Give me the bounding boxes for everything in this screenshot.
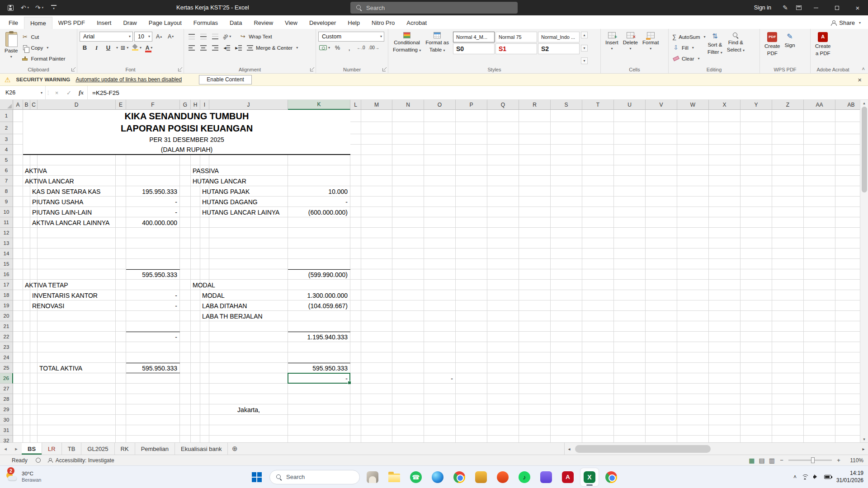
cancel-entry-button[interactable]: ×: [51, 86, 63, 99]
row-header-28[interactable]: 28: [0, 394, 13, 404]
zoom-in-button[interactable]: +: [836, 457, 841, 464]
restore-button[interactable]: [826, 0, 847, 15]
customize-qat-button[interactable]: ▾: [47, 1, 61, 14]
ribbon-tab-nitro-pro[interactable]: Nitro Pro: [366, 17, 401, 29]
column-header-O[interactable]: O: [424, 100, 456, 110]
select-all-corner[interactable]: [0, 100, 13, 110]
column-header-X[interactable]: X: [709, 100, 741, 110]
row-header-16[interactable]: 16: [0, 269, 13, 280]
app-icon-violet[interactable]: [537, 468, 555, 486]
column-header-S[interactable]: S: [551, 100, 582, 110]
column-header-F[interactable]: F: [126, 100, 180, 110]
cell-C19[interactable]: RENOVASI: [30, 300, 38, 311]
cell-K25[interactable]: 595.950.333: [288, 363, 350, 373]
format-painter-button[interactable]: Format Painter: [20, 54, 66, 63]
sheet-tab-bs[interactable]: BS: [22, 443, 42, 455]
cell-I19[interactable]: LABA DITAHAN: [200, 300, 209, 311]
row-header-30[interactable]: 30: [0, 415, 13, 425]
acrobat-create-pdf-button[interactable]: A Create a PDF: [813, 31, 833, 65]
previous-sheet-button[interactable]: ◂: [0, 443, 11, 455]
align-right-button[interactable]: [210, 43, 220, 53]
align-center-button[interactable]: [198, 43, 208, 53]
row-header-6[interactable]: 6: [0, 165, 13, 176]
app-icon-spotify[interactable]: ♪: [515, 468, 533, 486]
cell-K8[interactable]: 10.000: [288, 186, 350, 197]
percent-style-button[interactable]: %: [332, 43, 343, 53]
ribbon-tab-insert[interactable]: Insert: [91, 17, 118, 29]
orientation-button[interactable]: ab▾: [222, 32, 232, 42]
cell-F19[interactable]: -: [126, 300, 180, 311]
row-header-31[interactable]: 31: [0, 425, 13, 436]
cell-K10[interactable]: (600.000.000): [288, 207, 350, 217]
font-size-select[interactable]: 10▾: [134, 32, 152, 42]
cell-style-normal-75[interactable]: Normal 75: [495, 32, 537, 42]
cell-I9[interactable]: HUTANG DAGANG: [200, 197, 209, 207]
enable-content-button[interactable]: Enable Content: [199, 75, 252, 84]
cell-F16[interactable]: 595.950.333: [126, 269, 180, 280]
vertical-scrollbar[interactable]: ▴ ▾: [860, 100, 868, 442]
format-as-table-button[interactable]: Format as Table ▾: [423, 31, 451, 65]
ribbon-tab-help[interactable]: Help: [342, 17, 366, 29]
column-header-U[interactable]: U: [614, 100, 646, 110]
sheet-tab-gl2025[interactable]: GL2025: [81, 443, 114, 455]
copy-button[interactable]: Copy▾: [20, 43, 66, 52]
formula-bar-handle[interactable]: ⋮: [45, 86, 51, 99]
align-middle-button[interactable]: [198, 32, 208, 42]
cell-style-normal-4-m-[interactable]: Normal 4_M...: [453, 32, 495, 42]
row-header-22[interactable]: 22: [0, 332, 13, 342]
record-macro-icon[interactable]: [36, 458, 41, 463]
alignment-dialog-launcher[interactable]: [310, 67, 314, 72]
column-header-AA[interactable]: AA: [804, 100, 835, 110]
cell-C18[interactable]: INVENTARIS KANTOR: [30, 290, 38, 300]
column-header-E[interactable]: E: [116, 100, 126, 110]
start-button[interactable]: [248, 468, 266, 486]
app-icon-brave[interactable]: [494, 468, 512, 486]
row-header-3[interactable]: 3: [0, 134, 13, 145]
taskbar-search-box[interactable]: Search: [269, 470, 360, 484]
column-header-P[interactable]: P: [456, 100, 487, 110]
cell-I10[interactable]: HUTANG LANCAR LAINYA: [200, 207, 209, 217]
row-header-32[interactable]: 32: [0, 436, 13, 442]
row-header-27[interactable]: 27: [0, 384, 13, 394]
battery-icon[interactable]: [824, 475, 831, 479]
dismiss-warning-button[interactable]: ×: [858, 76, 862, 84]
app-icon-chrome[interactable]: [450, 468, 468, 486]
column-header-L[interactable]: L: [350, 100, 361, 110]
ribbon-tab-acrobat[interactable]: Acrobat: [401, 17, 433, 29]
accessibility-status[interactable]: Accessibility: Investigate: [47, 457, 114, 464]
format-cells-button[interactable]: Format ▾: [640, 31, 661, 65]
decrease-indent-button[interactable]: ◂: [222, 43, 232, 53]
sign-in-button[interactable]: Sign in: [747, 5, 778, 11]
cell-H6[interactable]: PASSIVA: [191, 165, 200, 176]
cell-K22[interactable]: 1.195.940.333: [288, 332, 350, 342]
horizontal-scroll-thumb[interactable]: [575, 445, 711, 453]
column-header-Q[interactable]: Q: [487, 100, 519, 110]
sheet-tab-ekualisasi-bank[interactable]: Ekualisasi bank: [175, 443, 228, 455]
cell-J29[interactable]: Jakarta,: [209, 404, 288, 415]
underline-button[interactable]: U: [103, 43, 113, 53]
insert-function-button[interactable]: fx: [75, 86, 87, 99]
cell-B1[interactable]: KIKA SENANDUNG TUMBUH: [23, 110, 350, 122]
row-header-4[interactable]: 4: [0, 145, 13, 155]
scroll-down-button[interactable]: ▾: [863, 437, 865, 441]
ribbon-tab-home[interactable]: Home: [24, 17, 52, 29]
cell-B4[interactable]: (DALAM RUPIAH): [23, 145, 350, 155]
ribbon-display-button[interactable]: [792, 1, 806, 14]
row-header-9[interactable]: 9: [0, 197, 13, 207]
close-button[interactable]: ×: [847, 0, 868, 15]
cell-F18[interactable]: -: [126, 290, 180, 300]
increase-indent-button[interactable]: ▸: [233, 43, 244, 53]
ribbon-tab-developer[interactable]: Developer: [303, 17, 342, 29]
wrap-text-button[interactable]: ↪Wrap Text: [238, 32, 273, 41]
cell-F11[interactable]: 400.000.000: [126, 217, 180, 228]
font-name-select[interactable]: Arial▾: [80, 32, 133, 42]
column-header-H[interactable]: H: [191, 100, 200, 110]
column-header-Y[interactable]: Y: [741, 100, 772, 110]
column-header-M[interactable]: M: [361, 100, 392, 110]
zoom-slider[interactable]: [788, 460, 832, 461]
cell-style-s2[interactable]: S2: [538, 43, 580, 54]
column-header-C[interactable]: C: [30, 100, 38, 110]
cell-style-s0[interactable]: S0: [453, 43, 495, 54]
app-icon-adobe[interactable]: A: [559, 468, 577, 486]
row-header-2[interactable]: 2: [0, 122, 13, 134]
